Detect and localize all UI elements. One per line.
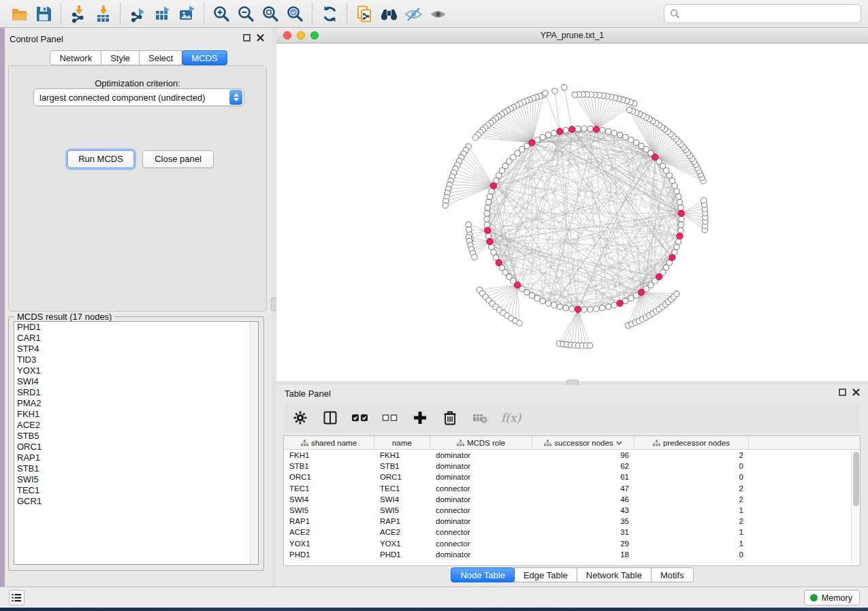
column-header-MCDS-role[interactable]: MCDS role [430, 436, 532, 449]
mcds-result-node[interactable]: STB1 [14, 463, 258, 474]
mcds-result-node[interactable]: GCR1 [14, 496, 258, 507]
open-session-button[interactable] [7, 2, 31, 25]
table-cell: SWI5 [374, 506, 430, 514]
table-scrollbar[interactable] [851, 450, 860, 565]
tab-node-table[interactable]: Node Table [451, 567, 515, 582]
mcds-result-node[interactable]: CAR1 [14, 333, 258, 344]
eye-preview-button[interactable] [425, 2, 450, 25]
deselect-all-rows-button[interactable] [381, 409, 399, 427]
run-mcds-button[interactable]: Run MCDS [67, 150, 134, 168]
create-column-button[interactable] [411, 409, 429, 427]
import-table-button[interactable] [91, 2, 115, 25]
column-header-successor-nodes[interactable]: successor nodes [532, 436, 634, 449]
table-cell: ORC1 [284, 473, 374, 481]
function-builder-button-disabled[interactable]: f(x) [501, 411, 521, 425]
delete-table-icon [472, 410, 488, 425]
save-session-button[interactable] [31, 2, 56, 25]
export-table-button[interactable] [150, 2, 174, 25]
search-icon [670, 9, 680, 19]
table-cell: YOX1 [374, 540, 430, 548]
memory-button[interactable]: Memory [804, 590, 860, 606]
mcds-result-node[interactable]: SWI5 [14, 474, 258, 485]
table-row[interactable]: STB1STB1dominator620 [284, 461, 860, 472]
tab-network[interactable]: Network [50, 50, 101, 65]
table-cell: connector [430, 528, 532, 536]
table-cell: 1 [634, 506, 749, 514]
table-cell: 43 [532, 506, 634, 514]
tab-select[interactable]: Select [139, 50, 182, 65]
zoom-fit-button[interactable] [258, 2, 283, 25]
close-panel-button[interactable]: Close panel [142, 150, 214, 168]
column-header-name[interactable]: name [374, 436, 430, 449]
table-row[interactable]: FKH1FKH1dominator962 [284, 450, 860, 461]
search-binoculars-button[interactable] [376, 2, 401, 25]
show-panels-list-button[interactable] [9, 590, 25, 606]
import-network-button[interactable] [66, 2, 91, 25]
mcds-result-fieldset: MCDS result (17 nodes) PHD1CAR1STP4TID3Y… [8, 316, 264, 571]
export-image-button[interactable] [174, 2, 199, 25]
mcds-result-list[interactable]: PHD1CAR1STP4TID3YOX1SWI4SRD1PMA2FKH1ACE2… [14, 321, 259, 565]
mcds-result-node[interactable]: TID3 [14, 354, 258, 365]
close-panel-icon[interactable] [257, 34, 264, 42]
desktop-wallpaper-left [0, 28, 5, 587]
table-scrollbar-thumb[interactable] [853, 452, 859, 506]
float-window-icon[interactable] [839, 389, 846, 396]
column-header-shared-name[interactable]: shared name [284, 436, 374, 449]
table-settings-button[interactable] [291, 409, 309, 427]
show-column-panel-button[interactable] [321, 409, 339, 427]
node-table-body: FKH1FKH1dominator962STB1STB1dominator620… [284, 450, 860, 560]
network-canvas[interactable] [276, 44, 868, 381]
network-window-titlebar[interactable]: YPA_prune.txt_1 [276, 28, 868, 44]
zoom-out-button[interactable] [234, 2, 258, 25]
zoom-fit-icon [261, 5, 280, 23]
clone-network-button[interactable] [352, 2, 376, 25]
table-panel-window-icons [839, 389, 860, 396]
mcds-list-scrollbar[interactable] [250, 322, 258, 564]
float-window-icon[interactable] [243, 34, 251, 42]
mcds-result-node[interactable]: SWI4 [14, 376, 258, 387]
show-hide-graphics-button[interactable] [401, 2, 425, 25]
mcds-result-node[interactable]: ORC1 [14, 442, 258, 452]
tab-network-table[interactable]: Network Table [577, 567, 652, 582]
mcds-result-node[interactable]: STP4 [14, 344, 258, 354]
tab-motifs[interactable]: Motifs [651, 567, 694, 582]
table-cell: 61 [532, 473, 634, 481]
table-row[interactable]: YOX1YOX1connector291 [284, 538, 860, 549]
mcds-result-node[interactable]: RAP1 [14, 452, 258, 463]
table-panel-title: Table Panel [285, 389, 331, 399]
tab-mcds[interactable]: MCDS [182, 50, 227, 65]
table-row[interactable]: PHD1PHD1dominator180 [284, 549, 860, 560]
tab-edge-table[interactable]: Edge Table [514, 567, 577, 582]
table-row[interactable]: ORC1ORC1dominator610 [284, 472, 860, 482]
delete-table-button-disabled[interactable] [471, 409, 489, 427]
refresh-view-button[interactable] [317, 2, 342, 25]
mcds-result-node[interactable]: FKH1 [14, 409, 258, 420]
table-row[interactable]: TEC1TEC1connector472 [284, 483, 860, 494]
zoom-in-button[interactable] [209, 2, 234, 25]
mcds-result-node[interactable]: PMA2 [14, 398, 258, 409]
table-row[interactable]: SWI5SWI5connector431 [284, 505, 860, 516]
mcds-result-node[interactable]: PHD1 [14, 322, 258, 333]
mcds-result-node[interactable]: SRD1 [14, 387, 258, 398]
delete-column-button[interactable] [441, 409, 459, 427]
table-row[interactable]: SWI4SWI4dominator462 [284, 494, 860, 505]
mcds-result-node[interactable]: ACE2 [14, 420, 258, 431]
criterion-select[interactable]: largest connected component (undirected) [33, 88, 244, 106]
mcds-result-node[interactable]: STB5 [14, 431, 258, 442]
export-network-button[interactable] [125, 2, 150, 25]
control-panel-window-icons [243, 34, 264, 42]
close-panel-icon[interactable] [852, 389, 860, 396]
search-box[interactable] [664, 4, 861, 23]
table-row[interactable]: RAP1RAP1dominator352 [284, 516, 860, 527]
mcds-result-node[interactable]: YOX1 [14, 365, 258, 376]
zoom-selected-button[interactable] [283, 2, 307, 25]
tab-style[interactable]: Style [101, 50, 140, 65]
network-window-title: YPA_prune.txt_1 [276, 31, 868, 40]
column-header-predecessor-nodes[interactable]: predecessor nodes [634, 436, 749, 449]
select-all-rows-button[interactable] [351, 409, 369, 427]
mcds-result-node[interactable]: TEC1 [14, 485, 258, 496]
table-cell: RAP1 [374, 517, 430, 525]
node-table-header: shared namenameMCDS rolesuccessor nodesp… [284, 436, 860, 450]
search-input[interactable] [680, 9, 855, 19]
table-row[interactable]: ACE2ACE2connector311 [284, 527, 860, 538]
